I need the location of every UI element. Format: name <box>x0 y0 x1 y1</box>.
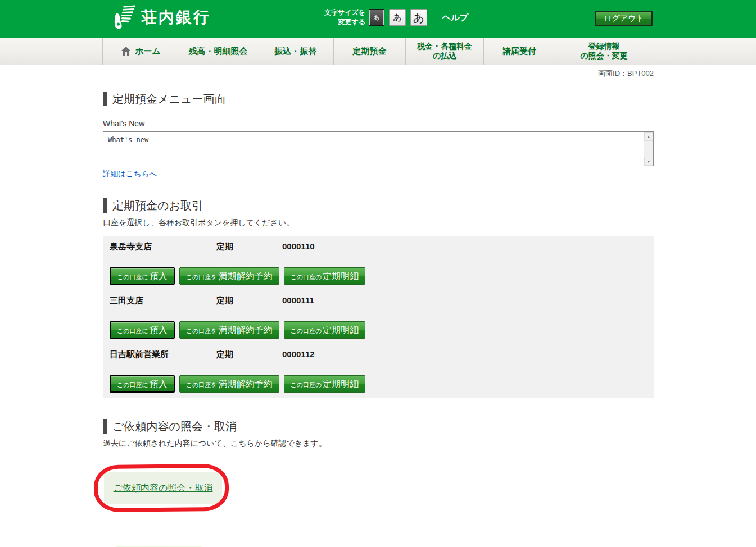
inquiry-description: 過去にご依頼された内容について、こちらから確認できます。 <box>103 439 654 449</box>
whats-new-content: What's new <box>103 132 644 166</box>
inquiry-heading: ご依頼内容の照会・取消 <box>103 419 654 434</box>
font-size-medium-button[interactable]: あ <box>389 9 406 26</box>
maturity-cancel-reservation-button[interactable]: この口座を満期解約予約 <box>179 375 279 393</box>
deposit-detail-button[interactable]: この口座の定期明細 <box>284 375 366 393</box>
nav-item-registration-info[interactable]: 登録情報 の照会・変更 <box>555 38 653 65</box>
scroll-down-icon[interactable]: ▼ <box>644 157 653 166</box>
help-link[interactable]: ヘルプ <box>442 12 468 23</box>
main-content: 画面ID：BPT002 定期預金メニュー画面 What's New What's… <box>103 69 654 547</box>
nav-item-transfer[interactable]: 振込・振替 <box>257 38 334 65</box>
bank-logo: 荘内銀行 <box>114 5 211 30</box>
account-type: 定期 <box>216 295 282 306</box>
account-type: 定期 <box>216 349 282 360</box>
deposit-into-account-button[interactable]: この口座に預入 <box>110 375 175 393</box>
account-row: 三田支店 定期 0000111 この口座に預入 この口座を満期解約予約 この口座… <box>103 290 654 344</box>
page-title: 定期預金メニュー画面 <box>103 92 654 106</box>
branch-name: 日吉駅前営業所 <box>110 349 216 360</box>
branch-name: 泉岳寺支店 <box>110 241 216 252</box>
textarea-scrollbar[interactable]: ▲ ▼ <box>644 132 653 166</box>
account-type: 定期 <box>216 241 282 252</box>
account-table: 泉岳寺支店 定期 0000110 この口座に預入 この口座を満期解約予約 この口… <box>103 236 654 398</box>
deposits-instruction: 口座を選択し、各種お取引ボタンを押してください。 <box>103 218 654 228</box>
logout-button[interactable]: ログアウト <box>595 11 653 26</box>
font-size-small-button[interactable]: あ <box>369 9 384 26</box>
whats-new-textarea[interactable]: What's new ▲ ▼ <box>103 131 654 166</box>
bank-logo-icon <box>114 5 137 30</box>
deposits-heading: 定期預金のお取引 <box>103 198 654 213</box>
font-size-label: 文字サイズを 変更する <box>315 8 365 27</box>
nav-item-notifications[interactable]: 諸届受付 <box>484 38 555 65</box>
font-size-large-button[interactable]: あ <box>410 9 427 26</box>
nav-item-tax-payment[interactable]: 税金・各種料金 の払込 <box>406 38 484 65</box>
inquiry-cancel-link[interactable]: ご依頼内容の照会・取消 <box>114 482 213 494</box>
nav-item-time-deposit[interactable]: 定期預金 <box>334 38 406 65</box>
screen-id: 画面ID：BPT002 <box>103 69 654 79</box>
whats-new-detail-link[interactable]: 詳細はこちらへ <box>103 169 157 179</box>
account-number: 0000111 <box>282 295 314 306</box>
account-number: 0000110 <box>282 241 315 252</box>
branch-name: 三田支店 <box>110 295 216 306</box>
deposit-into-account-button[interactable]: この口座に預入 <box>110 321 175 339</box>
account-row: 日吉駅前営業所 定期 0000112 この口座に預入 この口座を満期解約予約 こ… <box>103 344 654 398</box>
maturity-cancel-reservation-button[interactable]: この口座を満期解約予約 <box>179 267 279 285</box>
account-row: 泉岳寺支店 定期 0000110 この口座に預入 この口座を満期解約予約 この口… <box>103 236 654 290</box>
nav-spacer <box>653 38 756 65</box>
scroll-up-icon[interactable]: ▲ <box>644 132 653 141</box>
font-size-buttons: あ あ あ <box>369 9 427 26</box>
maturity-cancel-reservation-button[interactable]: この口座を満期解約予約 <box>179 321 279 339</box>
nav-item-home[interactable]: ホーム <box>103 38 179 65</box>
inquiry-link-area: ご依頼内容の照会・取消 <box>103 464 654 521</box>
main-navigation: ホーム 残高・明細照会 振込・振替 定期預金 税金・各種料金 の払込 諸届受付 … <box>0 35 756 65</box>
deposit-detail-button[interactable]: この口座の定期明細 <box>284 267 366 285</box>
home-icon <box>121 47 131 56</box>
deposit-detail-button[interactable]: この口座の定期明細 <box>284 321 366 339</box>
deposit-into-account-button[interactable]: この口座に預入 <box>110 267 175 285</box>
nav-spacer <box>0 38 103 65</box>
header: 荘内銀行 文字サイズを 変更する あ あ あ ヘルプ ログアウト <box>0 0 756 35</box>
nav-item-balance-inquiry[interactable]: 残高・明細照会 <box>179 38 257 65</box>
inquiry-link-box: ご依頼内容の照会・取消 <box>104 472 222 504</box>
whats-new-label: What's New <box>103 119 654 128</box>
bank-name: 荘内銀行 <box>141 7 211 28</box>
account-number: 0000112 <box>282 349 315 360</box>
